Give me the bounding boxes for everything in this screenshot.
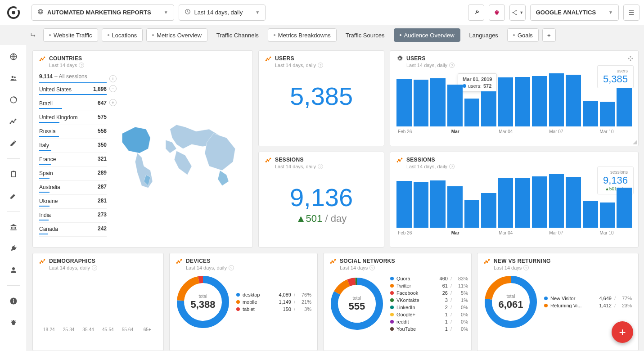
help-icon[interactable]: ? [449,63,455,68]
svg-point-23 [42,59,43,60]
help-icon[interactable]: ? [229,265,234,270]
country-row[interactable]: Canada242 [39,223,107,237]
clock-icon [185,9,191,16]
help-icon[interactable]: ? [92,265,97,270]
svg-point-30 [267,159,268,160]
legend-item: Quora460/83% [390,275,468,282]
legend-item: Facebook26/5% [390,289,468,297]
svg-point-32 [270,158,271,159]
country-row[interactable]: Ukraine281 [39,195,107,209]
add-tab-button[interactable]: + [542,28,556,42]
sessions-bar-chart[interactable]: Feb 26MarMar 04Mar 07Mar 10 [390,169,638,238]
connector-icon [396,158,403,165]
tab-locations[interactable]: Locations [102,28,143,42]
svg-point-44 [180,259,181,260]
nav-people-icon[interactable] [5,70,22,86]
nav-chart-icon[interactable] [5,113,22,130]
tab-traffic-channels[interactable]: Traffic Channels [211,28,264,42]
svg-point-22 [41,58,42,59]
tab-goals[interactable]: Goals [507,28,539,42]
help-icon[interactable]: ? [318,164,323,169]
svg-point-42 [178,261,179,261]
menu-button[interactable] [623,4,639,21]
nav-plug-icon[interactable] [5,240,22,256]
nav-edit-icon[interactable] [5,135,22,151]
plug-button[interactable] [468,4,484,21]
legend-item: Google+1/0% [390,311,468,318]
legend-item: reddit1/0% [390,318,468,325]
svg-point-33 [397,161,398,162]
nav-clipboard-icon[interactable] [5,166,22,182]
report-selector-label: AUTOMATED MARKETING REPORTS [47,9,151,16]
connector-icon [265,56,271,64]
svg-point-1 [12,11,15,14]
country-row[interactable]: Brazil647+ [39,97,107,111]
nav-bug-icon[interactable] [5,315,22,331]
svg-point-46 [332,261,333,261]
nav-radar-icon[interactable] [5,92,22,108]
date-range-label: Last 14 days, daily [194,9,243,16]
date-range-selector[interactable]: Last 14 days, daily ▼ [179,4,266,21]
legend-item: Returning Vi...1,412/23% [544,302,632,309]
country-row[interactable]: United Kingdom575 [39,111,107,125]
devices-chart[interactable]: total5,388desktop4,089/76%mobile1,149/21… [170,270,317,333]
svg-point-48 [334,259,335,260]
world-map[interactable] [111,73,246,237]
nav-pencil-icon[interactable] [5,188,22,204]
svg-point-40 [44,259,45,260]
account-selector[interactable]: GOOGLE ANALYTICS ▼ [530,4,619,21]
tab-website-traffic[interactable]: Website Traffic [43,28,98,42]
svg-point-29 [266,161,266,162]
add-widget-fab[interactable]: + [612,321,633,343]
tab-metrics-breakdowns[interactable]: Metrics Breakdowns [268,28,337,42]
country-row[interactable]: India273 [39,209,107,223]
svg-point-41 [176,262,177,263]
tab-languages[interactable]: Languages [464,28,504,42]
chevron-down-icon: ▼ [608,10,613,15]
nav-info-icon[interactable] [5,293,22,309]
connector-icon [330,259,336,266]
legend-item: Twitter61/11% [390,282,468,289]
country-row[interactable]: France321 [39,153,107,167]
card-social: SOCIAL NETWORKSLast 14 days? total555Quo… [323,253,472,351]
tab-audience-overview[interactable]: Audience Overview [394,28,460,42]
resize-handle-icon[interactable]: ◢ [633,138,637,145]
demographics-chart[interactable]: 18-2425-3435-4445-5455-6465+ [33,270,163,332]
country-row[interactable]: Spain289 [39,167,107,181]
report-selector[interactable]: AUTOMATED MARKETING REPORTS ▼ [32,4,174,21]
new-returning-chart[interactable]: total6,061New Visitor4,649/77%Returning … [477,270,638,333]
nav-account-icon[interactable] [5,262,22,278]
help-icon[interactable]: ? [449,164,455,169]
help-icon[interactable]: ? [79,63,84,68]
svg-point-8 [11,76,14,78]
country-row[interactable]: Australia287 [39,181,107,195]
card-users-chart: USERSLast 14 days, daily? users 5,385 Ma… [390,50,639,146]
help-icon[interactable]: ? [369,265,375,270]
help-icon[interactable]: ? [523,265,529,270]
help-icon[interactable]: ? [318,63,323,68]
tab-metrics-overview[interactable]: Metrics Overview [146,28,207,42]
card-sessions-chart: SESSIONSLast 14 days, daily? sessions 9,… [390,152,639,248]
gear-icon[interactable] [396,55,403,63]
country-row[interactable]: United States1,896− [39,83,107,97]
share-button[interactable]: ▼ [509,4,526,21]
card-sessions-number: SESSIONSLast 14 days, daily? 9,136 ▲501 … [258,152,384,248]
dashboard-main: COUNTRIES Last 14 days? 9,114 – All sess… [27,45,644,351]
move-icon[interactable] [627,55,634,63]
svg-point-17 [12,267,15,270]
social-chart[interactable]: total555Quora460/83%Twitter61/11%Faceboo… [324,270,471,337]
country-row[interactable]: Russia558 [39,125,107,139]
app-logo[interactable] [0,0,27,25]
svg-point-13 [13,122,14,122]
nav-globe-icon[interactable] [5,49,22,65]
svg-point-26 [267,58,268,59]
tab-traffic-sources[interactable]: Traffic Sources [340,28,390,42]
svg-point-27 [268,59,269,60]
svg-point-39 [42,261,43,262]
svg-point-47 [333,261,333,262]
bug-button[interactable] [489,4,505,21]
users-bar-chart[interactable]: Feb 26MarMar 04Mar 07Mar 10 [390,68,638,137]
country-row[interactable]: Italy350 [39,139,107,153]
svg-point-6 [516,14,517,15]
nav-bank-icon[interactable] [5,219,22,235]
